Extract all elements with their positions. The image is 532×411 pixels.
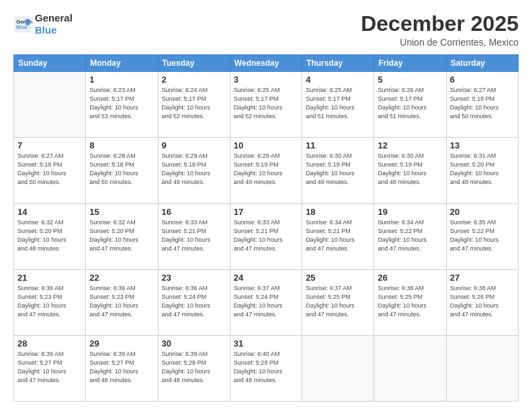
- calendar-cell: 24Sunrise: 6:37 AMSunset: 5:24 PMDayligh…: [230, 269, 302, 335]
- calendar-cell: 7Sunrise: 6:27 AMSunset: 5:18 PMDaylight…: [14, 138, 86, 203]
- calendar-cell: 27Sunrise: 6:38 AMSunset: 5:26 PMDayligh…: [446, 269, 518, 335]
- calendar-cell: 5Sunrise: 6:26 AMSunset: 5:17 PMDaylight…: [374, 72, 446, 138]
- calendar-cell: 4Sunrise: 6:25 AMSunset: 5:17 PMDaylight…: [302, 72, 374, 138]
- day-info: Sunrise: 6:36 AMSunset: 5:24 PMDaylight:…: [162, 284, 226, 319]
- calendar-cell: 12Sunrise: 6:30 AMSunset: 5:19 PMDayligh…: [374, 138, 446, 203]
- day-info: Sunrise: 6:25 AMSunset: 5:17 PMDaylight:…: [306, 86, 370, 121]
- day-number: 26: [378, 273, 442, 283]
- day-info: Sunrise: 6:33 AMSunset: 5:21 PMDaylight:…: [162, 218, 226, 253]
- day-number: 5: [378, 75, 442, 85]
- calendar-cell: [374, 335, 446, 401]
- day-info: Sunrise: 6:32 AMSunset: 5:20 PMDaylight:…: [89, 218, 154, 253]
- col-wednesday: Wednesday: [230, 55, 302, 72]
- calendar-cell: 2Sunrise: 6:24 AMSunset: 5:17 PMDaylight…: [158, 72, 230, 138]
- day-number: 20: [450, 207, 515, 217]
- day-number: 28: [17, 338, 82, 349]
- day-info: Sunrise: 6:31 AMSunset: 5:20 PMDaylight:…: [450, 152, 515, 187]
- page: General Blue General Blue December 2025 …: [0, 0, 532, 411]
- day-number: 17: [234, 207, 298, 217]
- day-info: Sunrise: 6:36 AMSunset: 5:23 PMDaylight:…: [17, 284, 82, 319]
- day-number: 29: [89, 338, 154, 349]
- day-number: 14: [17, 207, 82, 217]
- day-number: 19: [378, 207, 442, 217]
- calendar-cell: 3Sunrise: 6:25 AMSunset: 5:17 PMDaylight…: [230, 72, 302, 138]
- col-tuesday: Tuesday: [158, 55, 230, 72]
- day-info: Sunrise: 6:27 AMSunset: 5:18 PMDaylight:…: [17, 152, 82, 187]
- day-info: Sunrise: 6:38 AMSunset: 5:26 PMDaylight:…: [450, 284, 515, 319]
- month-title: December 2025: [361, 12, 519, 36]
- day-number: 6: [450, 75, 515, 85]
- title-block: December 2025 Union de Corrientes, Mexic…: [361, 12, 519, 48]
- calendar-cell: 30Sunrise: 6:39 AMSunset: 5:28 PMDayligh…: [158, 335, 230, 401]
- location: Union de Corrientes, Mexico: [361, 37, 519, 48]
- day-info: Sunrise: 6:30 AMSunset: 5:19 PMDaylight:…: [378, 152, 442, 187]
- col-saturday: Saturday: [446, 55, 518, 72]
- day-number: 2: [162, 75, 226, 85]
- calendar-cell: 21Sunrise: 6:36 AMSunset: 5:23 PMDayligh…: [14, 269, 86, 335]
- day-number: 10: [234, 140, 298, 150]
- calendar-cell: 31Sunrise: 6:40 AMSunset: 5:28 PMDayligh…: [230, 335, 302, 401]
- calendar-cell: 18Sunrise: 6:34 AMSunset: 5:21 PMDayligh…: [302, 203, 374, 269]
- day-number: 7: [17, 140, 82, 150]
- calendar-cell: 16Sunrise: 6:33 AMSunset: 5:21 PMDayligh…: [158, 203, 230, 269]
- calendar-cell: 8Sunrise: 6:28 AMSunset: 5:18 PMDaylight…: [86, 138, 158, 203]
- calendar-header-row: Sunday Monday Tuesday Wednesday Thursday…: [14, 55, 519, 72]
- day-number: 13: [450, 140, 515, 150]
- day-info: Sunrise: 6:28 AMSunset: 5:18 PMDaylight:…: [89, 152, 154, 187]
- logo-blue: Blue: [35, 24, 73, 36]
- day-info: Sunrise: 6:23 AMSunset: 5:17 PMDaylight:…: [89, 86, 154, 121]
- calendar-table: Sunday Monday Tuesday Wednesday Thursday…: [13, 54, 519, 402]
- day-info: Sunrise: 6:39 AMSunset: 5:27 PMDaylight:…: [89, 350, 154, 385]
- calendar-cell: [14, 72, 86, 138]
- day-info: Sunrise: 6:38 AMSunset: 5:25 PMDaylight:…: [378, 284, 442, 319]
- calendar-cell: 17Sunrise: 6:33 AMSunset: 5:21 PMDayligh…: [230, 203, 302, 269]
- calendar-week-1: 7Sunrise: 6:27 AMSunset: 5:18 PMDaylight…: [14, 138, 519, 203]
- day-info: Sunrise: 6:27 AMSunset: 5:18 PMDaylight:…: [450, 86, 515, 121]
- day-number: 18: [306, 207, 370, 217]
- logo-general: General: [35, 12, 73, 24]
- calendar-cell: 23Sunrise: 6:36 AMSunset: 5:24 PMDayligh…: [158, 269, 230, 335]
- svg-text:General: General: [16, 19, 32, 25]
- calendar-cell: 9Sunrise: 6:29 AMSunset: 5:18 PMDaylight…: [158, 138, 230, 203]
- calendar-week-0: 1Sunrise: 6:23 AMSunset: 5:17 PMDaylight…: [14, 72, 519, 138]
- day-info: Sunrise: 6:33 AMSunset: 5:21 PMDaylight:…: [234, 218, 298, 253]
- day-info: Sunrise: 6:32 AMSunset: 5:20 PMDaylight:…: [17, 218, 82, 253]
- day-info: Sunrise: 6:37 AMSunset: 5:24 PMDaylight:…: [234, 284, 298, 319]
- day-info: Sunrise: 6:40 AMSunset: 5:28 PMDaylight:…: [234, 350, 298, 385]
- calendar-cell: 6Sunrise: 6:27 AMSunset: 5:18 PMDaylight…: [446, 72, 518, 138]
- calendar-cell: 11Sunrise: 6:30 AMSunset: 5:19 PMDayligh…: [302, 138, 374, 203]
- col-monday: Monday: [86, 55, 158, 72]
- day-number: 1: [89, 75, 154, 85]
- day-info: Sunrise: 6:30 AMSunset: 5:19 PMDaylight:…: [306, 152, 370, 187]
- day-number: 23: [162, 273, 226, 283]
- day-number: 15: [89, 207, 154, 217]
- calendar-week-3: 21Sunrise: 6:36 AMSunset: 5:23 PMDayligh…: [14, 269, 519, 335]
- day-number: 11: [306, 140, 370, 150]
- day-number: 22: [89, 273, 154, 283]
- calendar-cell: 26Sunrise: 6:38 AMSunset: 5:25 PMDayligh…: [374, 269, 446, 335]
- calendar-body: 1Sunrise: 6:23 AMSunset: 5:17 PMDaylight…: [14, 72, 519, 402]
- day-info: Sunrise: 6:29 AMSunset: 5:18 PMDaylight:…: [162, 152, 226, 187]
- day-number: 4: [306, 75, 370, 85]
- logo-icon: General Blue: [13, 15, 32, 34]
- calendar-cell: 29Sunrise: 6:39 AMSunset: 5:27 PMDayligh…: [86, 335, 158, 401]
- day-number: 24: [234, 273, 298, 283]
- day-info: Sunrise: 6:26 AMSunset: 5:17 PMDaylight:…: [378, 86, 442, 121]
- day-number: 9: [162, 140, 226, 150]
- col-sunday: Sunday: [14, 55, 86, 72]
- day-info: Sunrise: 6:34 AMSunset: 5:21 PMDaylight:…: [306, 218, 370, 253]
- day-number: 25: [306, 273, 370, 283]
- day-number: 3: [234, 75, 298, 85]
- calendar-week-2: 14Sunrise: 6:32 AMSunset: 5:20 PMDayligh…: [14, 203, 519, 269]
- calendar-cell: [302, 335, 374, 401]
- day-number: 8: [89, 140, 154, 150]
- header: General Blue General Blue December 2025 …: [13, 12, 519, 48]
- day-info: Sunrise: 6:25 AMSunset: 5:17 PMDaylight:…: [234, 86, 298, 121]
- day-info: Sunrise: 6:35 AMSunset: 5:22 PMDaylight:…: [450, 218, 515, 253]
- day-info: Sunrise: 6:36 AMSunset: 5:23 PMDaylight:…: [89, 284, 154, 319]
- calendar-cell: 25Sunrise: 6:37 AMSunset: 5:25 PMDayligh…: [302, 269, 374, 335]
- calendar-cell: 19Sunrise: 6:34 AMSunset: 5:22 PMDayligh…: [374, 203, 446, 269]
- day-number: 21: [17, 273, 82, 283]
- day-info: Sunrise: 6:39 AMSunset: 5:28 PMDaylight:…: [162, 350, 226, 385]
- calendar-cell: 22Sunrise: 6:36 AMSunset: 5:23 PMDayligh…: [86, 269, 158, 335]
